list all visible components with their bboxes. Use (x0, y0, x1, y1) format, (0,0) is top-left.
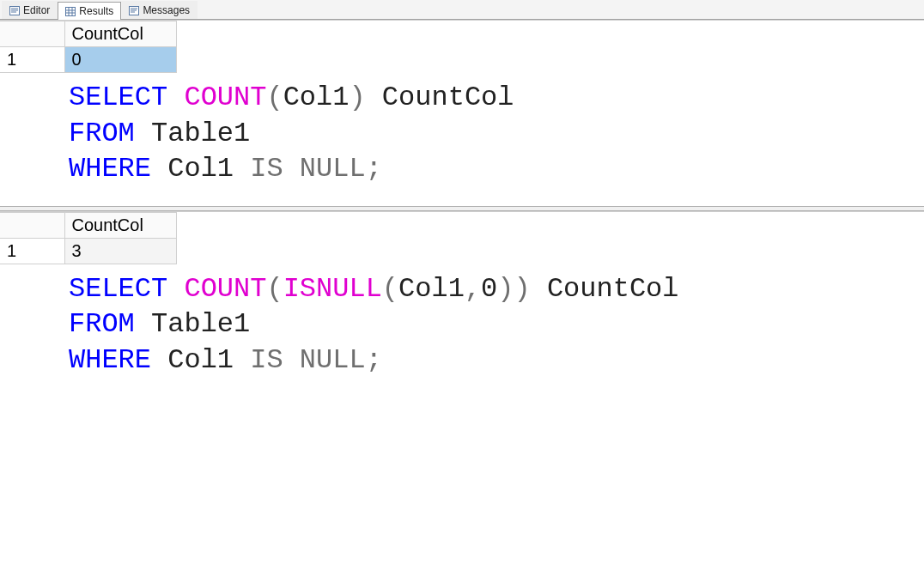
sql-snippet-2: SELECT COUNT(ISNULL(Col1,0)) CountCol FR… (0, 264, 924, 396)
cell-value[interactable]: 3 (64, 238, 176, 264)
row-number-header (0, 212, 64, 238)
fn-isnull: ISNULL (283, 273, 382, 305)
editor-icon (9, 6, 20, 15)
row-number: 1 (0, 47, 64, 73)
tab-results-label: Results (79, 5, 113, 17)
cell-value[interactable]: 0 (64, 47, 176, 73)
row-number: 1 (0, 238, 64, 264)
grid-icon (65, 7, 76, 16)
lparen: ( (266, 82, 283, 113)
tab-editor-label: Editor (23, 4, 50, 16)
kw-from: FROM (69, 118, 135, 149)
tab-messages-label: Messages (143, 4, 190, 16)
col1: Col1 (398, 273, 465, 305)
table: Table1 (151, 308, 250, 340)
result-grid-1[interactable]: CountCol 1 0 (0, 21, 177, 73)
result-pane-1: CountCol 1 0 SELECT COUNT(Col1) CountCol… (0, 20, 924, 204)
fn-count: COUNT (184, 273, 266, 305)
header-row: CountCol (0, 21, 176, 47)
col1: Col1 (283, 82, 350, 113)
alias: CountCol (382, 82, 514, 113)
header-row: CountCol (0, 212, 176, 238)
row-number-header (0, 21, 64, 47)
sql-snippet-1: SELECT COUNT(Col1) CountCol FROM Table1 … (0, 73, 924, 204)
result-grid-2[interactable]: CountCol 1 3 (0, 212, 177, 264)
rparen: ) (514, 273, 530, 305)
tab-bar: Editor Results Messages (0, 0, 924, 20)
messages-icon (129, 6, 139, 15)
result-pane-2: CountCol 1 3 SELECT COUNT(ISNULL(Col1,0)… (0, 211, 924, 396)
lparen: ( (266, 273, 283, 305)
kw-null: NULL (300, 153, 366, 185)
svg-rect-4 (66, 7, 76, 15)
wcol: Col1 (167, 153, 234, 185)
semi: ; (366, 153, 382, 185)
kw-null: NULL (300, 344, 366, 376)
zero: 0 (481, 273, 497, 305)
column-header[interactable]: CountCol (64, 21, 176, 47)
wcol: Col1 (167, 344, 234, 376)
lparen2: ( (382, 273, 398, 305)
tab-messages[interactable]: Messages (121, 1, 198, 19)
kw-where: WHERE (69, 344, 151, 376)
rparen: ) (349, 82, 365, 113)
semi: ; (366, 344, 382, 376)
fn-count: COUNT (184, 82, 266, 113)
rparen2: ) (497, 273, 514, 305)
kw-select: SELECT (69, 273, 167, 305)
kw-is: IS (250, 344, 283, 376)
tab-results[interactable]: Results (58, 2, 121, 20)
comma: , (465, 273, 481, 305)
kw-where: WHERE (69, 153, 151, 185)
tab-editor[interactable]: Editor (2, 1, 58, 19)
kw-is: IS (250, 153, 283, 185)
table-row[interactable]: 1 3 (0, 238, 176, 264)
kw-from: FROM (69, 308, 135, 340)
column-header[interactable]: CountCol (64, 212, 176, 238)
kw-select: SELECT (69, 82, 167, 113)
alias: CountCol (547, 273, 679, 305)
table-row[interactable]: 1 0 (0, 47, 176, 73)
table: Table1 (151, 118, 250, 149)
